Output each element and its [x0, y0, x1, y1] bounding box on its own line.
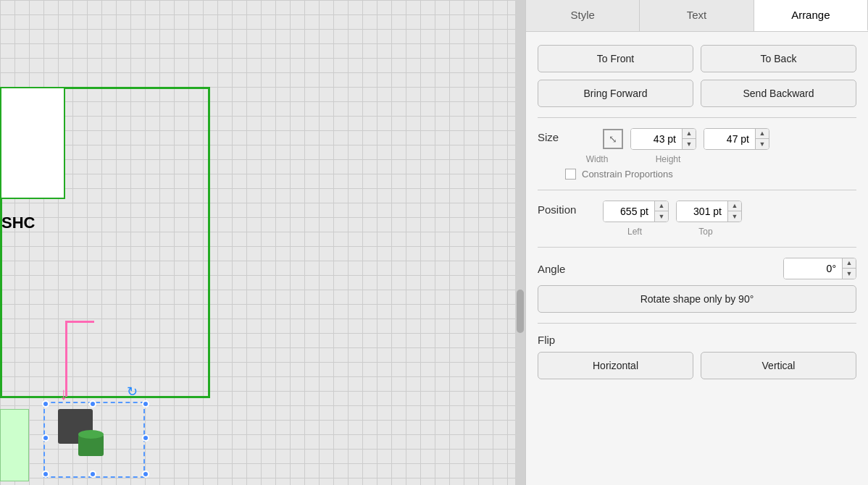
handle-ml[interactable]: [42, 434, 49, 442]
flip-horizontal-button[interactable]: Horizontal: [538, 352, 693, 379]
height-input[interactable]: [704, 129, 755, 149]
top-spinner-btns: ▲ ▼: [727, 201, 741, 222]
width-spinner-btns: ▲ ▼: [682, 129, 696, 149]
angle-spinner: ▲ ▼: [783, 258, 856, 279]
top-input[interactable]: [677, 201, 727, 222]
bring-forward-button[interactable]: Bring Forward: [538, 80, 693, 107]
top-down-btn[interactable]: ▼: [728, 211, 741, 222]
tabs-container: Style Text Arrange: [526, 0, 868, 32]
rotate-handle[interactable]: ↻: [127, 384, 138, 400]
angle-spinner-btns: ▲ ▼: [842, 258, 856, 279]
width-sublabel: Width: [565, 154, 629, 164]
tab-arrange[interactable]: Arrange: [754, 0, 868, 31]
size-icon: ⤡: [603, 129, 623, 149]
width-down-btn[interactable]: ▼: [683, 139, 696, 149]
angle-row: Angle ▲ ▼: [538, 258, 856, 279]
angle-input[interactable]: [784, 258, 842, 279]
constrain-label: Constrain Proportions: [582, 169, 673, 180]
flip-vertical-button[interactable]: Vertical: [701, 352, 856, 379]
constrain-row: Constrain Proportions: [565, 169, 856, 180]
handle-tc[interactable]: [89, 400, 96, 408]
position-row: Position ▲ ▼ ▲ ▼: [538, 201, 856, 222]
divider-1: [538, 117, 856, 118]
size-row: Size ⤡ ▲ ▼ ▲ ▼: [538, 128, 856, 150]
flip-section: Flip Horizontal Vertical: [538, 334, 856, 379]
canvas-area: SHC ↓ ↻: [0, 0, 525, 485]
flip-label: Flip: [538, 334, 856, 346]
position-label: Position: [538, 203, 596, 216]
angle-up-btn[interactable]: ▲: [843, 258, 856, 269]
handle-tr[interactable]: [142, 400, 149, 408]
right-panel: Style Text Arrange To Front To Back Brin…: [525, 0, 868, 485]
height-down-btn[interactable]: ▼: [756, 139, 769, 149]
left-down-btn[interactable]: ▼: [655, 211, 668, 222]
angle-down-btn[interactable]: ▼: [843, 269, 856, 279]
rotate-shape-button[interactable]: Rotate shape only by 90°: [538, 285, 856, 313]
pink-line-h: [65, 321, 94, 323]
shc-label: SHC: [1, 214, 35, 232]
handle-bl[interactable]: [42, 471, 49, 478]
size-section: Size ⤡ ▲ ▼ ▲ ▼: [538, 128, 856, 180]
white-inner: [0, 87, 65, 199]
size-label: Size: [538, 131, 596, 143]
handle-mr[interactable]: [142, 434, 149, 442]
height-spinner-btns: ▲ ▼: [755, 129, 769, 149]
top-sublabel: Top: [674, 227, 738, 237]
left-up-btn[interactable]: ▲: [655, 201, 668, 211]
width-spinner: ▲ ▼: [630, 128, 696, 150]
handle-bc[interactable]: [89, 471, 96, 478]
height-sublabel: Height: [636, 154, 700, 164]
angle-label: Angle: [538, 263, 610, 275]
height-spinner: ▲ ▼: [704, 128, 769, 150]
left-input[interactable]: [604, 201, 654, 222]
top-up-btn[interactable]: ▲: [728, 201, 741, 211]
angle-section: Angle ▲ ▼ Rotate shape only by 90°: [538, 258, 856, 313]
send-backward-button[interactable]: Send Backward: [701, 80, 856, 107]
handle-tl[interactable]: [42, 400, 49, 408]
top-spinner: ▲ ▼: [676, 201, 742, 222]
width-up-btn[interactable]: ▲: [683, 129, 696, 139]
height-up-btn[interactable]: ▲: [756, 129, 769, 139]
tab-text[interactable]: Text: [640, 0, 754, 31]
flip-btn-row: Horizontal Vertical: [538, 352, 856, 379]
tab-style[interactable]: Style: [526, 0, 640, 31]
divider-3: [538, 247, 856, 248]
width-input[interactable]: [631, 129, 682, 149]
light-green-area: [0, 409, 29, 481]
position-section: Position ▲ ▼ ▲ ▼ Left: [538, 201, 856, 237]
scrollbar-thumb[interactable]: [517, 290, 524, 333]
divider-2: [538, 190, 856, 190]
left-sublabel: Left: [603, 227, 667, 237]
green-cylinder: [78, 434, 104, 456]
left-spinner: ▲ ▼: [603, 201, 669, 222]
forward-backward-row: Bring Forward Send Backward: [538, 80, 856, 107]
left-spinner-btns: ▲ ▼: [654, 201, 668, 222]
to-back-button[interactable]: To Back: [701, 45, 856, 72]
to-front-button[interactable]: To Front: [538, 45, 693, 72]
panel-content: To Front To Back Bring Forward Send Back…: [526, 32, 868, 402]
divider-4: [538, 323, 856, 324]
size-sublabels: Width Height: [565, 154, 856, 164]
position-sublabels: Left Top: [603, 227, 856, 237]
canvas-scrollbar[interactable]: [515, 0, 525, 485]
front-back-row: To Front To Back: [538, 45, 856, 72]
arrow-down: ↓: [59, 384, 68, 404]
handle-br[interactable]: [142, 471, 149, 478]
constrain-checkbox[interactable]: [565, 169, 576, 180]
